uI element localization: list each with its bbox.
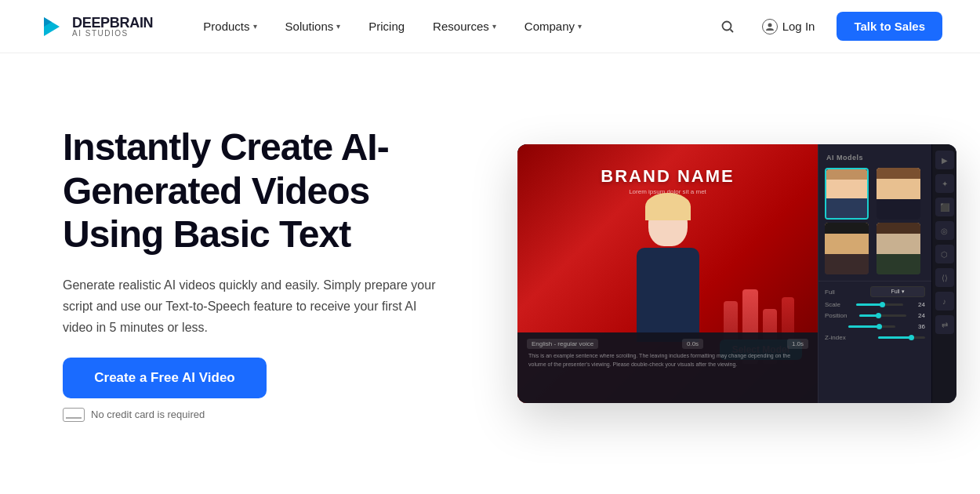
zindex-fill [878,336,911,339]
sidebar-models-title: AI Models [818,151,931,165]
strip-icon-7[interactable]: ♪ [935,292,954,311]
model-hair-4 [877,223,920,234]
scale-slider[interactable] [856,303,903,306]
nav-item-solutions[interactable]: Solutions ▾ [273,13,354,39]
talk-to-sales-button[interactable]: Talk to Sales [837,12,942,41]
strip-icon-4[interactable]: ◎ [935,221,954,240]
app-main-area: BRAND NAME Lorem ipsum dolor sit a met [517,144,818,403]
person-hair [645,193,691,220]
app-brand-text: BRAND NAME [601,166,734,187]
model-hair-2 [877,168,920,179]
hero-section: Instantly Create AI-Generated Videos Usi… [0,53,980,494]
full-label: Full [825,289,835,296]
scale-value: 24 [918,301,925,308]
model-body-3 [825,254,869,274]
person-body [637,248,699,342]
app-text-preview: This is an example sentence where scroll… [527,352,808,369]
full-dropdown[interactable]: Full ▾ [870,286,925,297]
strip-icon-6[interactable]: ⟨⟩ [935,268,954,287]
create-free-video-button[interactable]: Create a Free AI Video [63,358,267,398]
model-face-4 [877,223,920,254]
model-thumb-1[interactable] [825,168,869,220]
zindex-slider[interactable] [878,336,925,339]
position-y-thumb [877,324,882,329]
chevron-down-icon: ▾ [578,22,582,31]
scale-slider-fill [856,303,882,306]
chevron-down-icon: ▾ [336,22,340,31]
time-tag-start: 0.0s [682,339,703,349]
app-lang-bar: English - regular voice 0.0s 1.0s [527,339,808,349]
logo-icon [38,13,66,41]
position-x-thumb [876,313,881,318]
scale-control-row: Scale 24 [825,301,925,308]
hero-description: Generate realistic AI videos quickly and… [63,274,439,339]
nav-item-pricing[interactable]: Pricing [356,13,417,39]
strip-icon-3[interactable]: ⬛ [935,198,954,216]
app-bottom-bar: English - regular voice 0.0s 1.0s This i… [517,332,818,403]
model-body-4 [877,254,920,274]
logo[interactable]: DEEPBRAIN AI STUDIOS [38,13,153,41]
position-y-row: 36 [825,323,925,330]
language-tag: English - regular voice [527,339,598,349]
app-preview: BRAND NAME Lorem ipsum dolor sit a met [517,144,956,403]
position-label: Position [825,312,847,319]
model-face-3 [825,223,869,254]
model-face-1 [826,169,867,198]
position-y-slider[interactable] [848,325,895,328]
login-button[interactable]: Log In [750,13,828,41]
position-control-row: Position 24 [825,312,925,319]
zindex-control-row: Z-index [825,334,925,341]
app-sidebar: AI Models [818,144,931,403]
nav-item-company[interactable]: Company ▾ [512,13,594,39]
cta-area: Create a Free AI Video No credit card is… [63,358,470,422]
person-head [648,199,688,246]
user-icon [762,19,778,35]
model-thumb-3[interactable] [825,223,869,274]
model-face-2 [877,168,920,199]
no-credit-card-notice: No credit card is required [63,408,470,422]
svg-point-4 [768,23,771,27]
nav-right: Log In Talk to Sales [715,12,942,41]
hero-content: Instantly Create AI-Generated Videos Usi… [63,125,470,421]
model-hair-1 [826,169,867,180]
strip-icon-1[interactable]: ▶ [935,151,954,169]
nav-item-resources[interactable]: Resources ▾ [420,13,509,39]
position-x-slider[interactable] [859,314,906,317]
zindex-label: Z-index [825,334,846,341]
credit-card-icon [63,408,85,422]
scale-label: Scale [825,301,840,308]
model-grid [818,165,931,278]
search-button[interactable] [715,14,740,39]
nav-item-products[interactable]: Products ▾ [191,13,269,39]
model-thumb-2[interactable] [877,168,920,220]
logo-brand: DEEPBRAIN [72,16,153,30]
navbar: DEEPBRAIN AI STUDIOS Products ▾ Solution… [0,0,980,53]
model-hair-3 [825,223,869,234]
scale-slider-thumb [880,302,885,307]
time-tag-end: 1.0s [787,339,808,349]
position-y-fill [848,325,879,328]
zindex-thumb [909,335,914,340]
sidebar-controls: Full Full ▾ Scale 24 Position [818,281,931,350]
search-icon [720,20,735,34]
svg-point-2 [722,21,731,30]
hero-title: Instantly Create AI-Generated Videos Usi… [63,125,470,256]
full-control-row: Full Full ▾ [825,286,925,297]
position-y-value: 36 [918,323,925,330]
nav-links: Products ▾ Solutions ▾ Pricing Resources… [191,13,714,39]
svg-line-3 [730,29,733,32]
model-body-1 [826,198,867,218]
hero-image: BRAND NAME Lorem ipsum dolor sit a met [517,144,956,403]
chevron-down-icon: ▾ [492,22,496,31]
position-x-value: 24 [918,312,925,319]
model-body-2 [877,199,920,220]
chevron-down-icon: ▾ [253,22,257,31]
strip-icon-8[interactable]: ⇄ [935,315,954,334]
logo-sub: AI STUDIOS [72,30,153,38]
sidebar-icon-strip: ▶ ✦ ⬛ ◎ ⬡ ⟨⟩ ♪ ⇄ [931,144,956,403]
strip-icon-2[interactable]: ✦ [935,174,954,193]
model-thumb-4[interactable] [877,223,920,274]
strip-icon-5[interactable]: ⬡ [935,245,954,263]
